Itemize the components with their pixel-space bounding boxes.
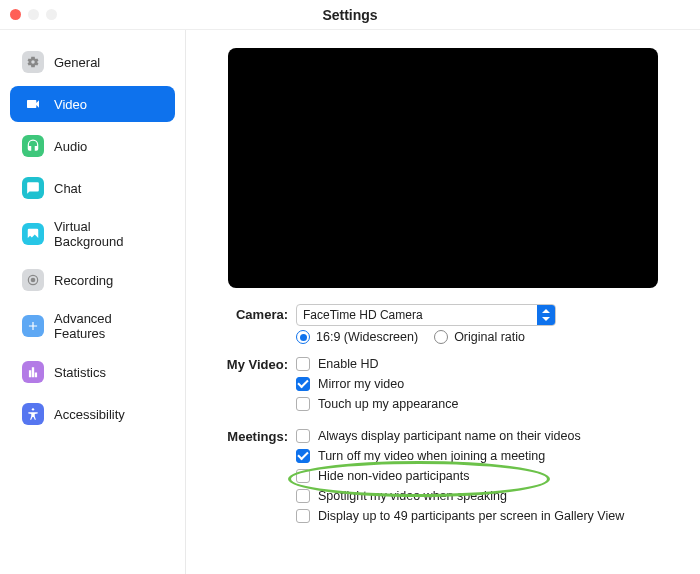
checkbox-icon <box>296 397 310 411</box>
sidebar-item-chat[interactable]: Chat <box>10 170 175 206</box>
ratio-widescreen-radio[interactable]: 16:9 (Widescreen) <box>296 330 418 344</box>
checkbox-label: Display up to 49 participants per screen… <box>318 509 624 523</box>
sidebar-item-general[interactable]: General <box>10 44 175 80</box>
vb-icon <box>22 223 44 245</box>
headset-icon <box>22 135 44 157</box>
gear-icon <box>22 51 44 73</box>
checkbox-icon <box>296 357 310 371</box>
camera-select-value: FaceTime HD Camera <box>297 308 537 322</box>
enable-hd-checkbox[interactable]: Enable HD <box>296 354 676 374</box>
meetings-row: Meetings: Always display participant nam… <box>210 426 676 526</box>
svg-point-1 <box>31 278 36 283</box>
camera-row: Camera: FaceTime HD Camera 16:9 (Widescr… <box>210 304 676 348</box>
titlebar: Settings <box>0 0 700 30</box>
checkbox-label: Spotlight my video when speaking <box>318 489 507 503</box>
hide-nonvideo-checkbox[interactable]: Hide non-video participants <box>296 466 676 486</box>
camera-select[interactable]: FaceTime HD Camera <box>296 304 556 326</box>
myvideo-row: My Video: Enable HD Mirror my video Touc… <box>210 354 676 414</box>
sidebar-item-advanced-features[interactable]: Advanced Features <box>10 304 175 348</box>
touch-up-checkbox[interactable]: Touch up my appearance <box>296 394 676 414</box>
stats-icon <box>22 361 44 383</box>
sidebar-item-virtual-background[interactable]: Virtual Background <box>10 212 175 256</box>
radio-icon <box>434 330 448 344</box>
display-names-checkbox[interactable]: Always display participant name on their… <box>296 426 676 446</box>
plus-icon <box>22 315 44 337</box>
zoom-window-button[interactable] <box>46 9 57 20</box>
sidebar-item-label: Recording <box>54 273 113 288</box>
meetings-label: Meetings: <box>210 426 296 444</box>
checkbox-icon <box>296 449 310 463</box>
main-panel: Camera: FaceTime HD Camera 16:9 (Widescr… <box>186 30 700 574</box>
sidebar-item-statistics[interactable]: Statistics <box>10 354 175 390</box>
turn-off-video-checkbox[interactable]: Turn off my video when joining a meeting <box>296 446 676 466</box>
checkbox-icon <box>296 489 310 503</box>
sidebar: General Video Audio Chat Virtual Backgro <box>0 30 186 574</box>
mirror-video-checkbox[interactable]: Mirror my video <box>296 374 676 394</box>
spotlight-checkbox[interactable]: Spotlight my video when speaking <box>296 486 676 506</box>
checkbox-label: Enable HD <box>318 357 378 371</box>
sidebar-item-accessibility[interactable]: Accessibility <box>10 396 175 432</box>
myvideo-label: My Video: <box>210 354 296 372</box>
checkbox-label: Turn off my video when joining a meeting <box>318 449 545 463</box>
checkbox-icon <box>296 429 310 443</box>
sidebar-item-label: Statistics <box>54 365 106 380</box>
checkbox-icon <box>296 377 310 391</box>
sidebar-item-label: Accessibility <box>54 407 125 422</box>
checkbox-label: Mirror my video <box>318 377 404 391</box>
video-preview <box>228 48 658 288</box>
window-controls <box>10 9 57 20</box>
close-window-button[interactable] <box>10 9 21 20</box>
sidebar-item-label: Chat <box>54 181 81 196</box>
sidebar-item-recording[interactable]: Recording <box>10 262 175 298</box>
radio-icon <box>296 330 310 344</box>
chevron-updown-icon <box>537 305 555 325</box>
checkbox-label: Always display participant name on their… <box>318 429 581 443</box>
checkbox-label: Hide non-video participants <box>318 469 469 483</box>
content: General Video Audio Chat Virtual Backgro <box>0 30 700 574</box>
ratio-original-label: Original ratio <box>454 330 525 344</box>
video-icon <box>22 93 44 115</box>
chat-icon <box>22 177 44 199</box>
accessibility-icon <box>22 403 44 425</box>
window-title: Settings <box>0 7 700 23</box>
checkbox-label: Touch up my appearance <box>318 397 458 411</box>
sidebar-item-label: Audio <box>54 139 87 154</box>
minimize-window-button[interactable] <box>28 9 39 20</box>
checkbox-icon <box>296 509 310 523</box>
gallery-49-checkbox[interactable]: Display up to 49 participants per screen… <box>296 506 676 526</box>
camera-label: Camera: <box>210 304 296 322</box>
ratio-original-radio[interactable]: Original ratio <box>434 330 525 344</box>
sidebar-item-label: Video <box>54 97 87 112</box>
sidebar-item-video[interactable]: Video <box>10 86 175 122</box>
sidebar-item-label: General <box>54 55 100 70</box>
sidebar-item-audio[interactable]: Audio <box>10 128 175 164</box>
sidebar-item-label: Virtual Background <box>54 219 163 249</box>
ratio-widescreen-label: 16:9 (Widescreen) <box>316 330 418 344</box>
svg-point-2 <box>32 408 34 410</box>
sidebar-item-label: Advanced Features <box>54 311 163 341</box>
checkbox-icon <box>296 469 310 483</box>
record-icon <box>22 269 44 291</box>
